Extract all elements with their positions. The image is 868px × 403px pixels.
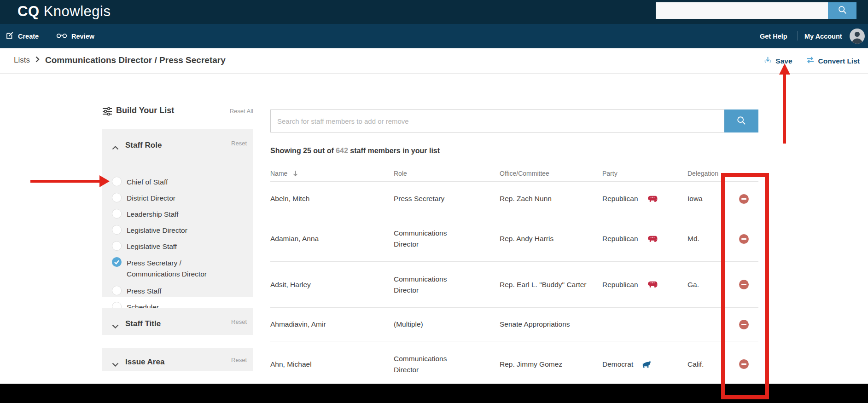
table-row: Ahn, MichaelCommunications DirectorRep. … [270,341,758,387]
cell-party: Republican [602,233,687,244]
party-label: Democrat [602,359,633,370]
cell-office: Rep. Jimmy Gomez [500,359,602,370]
party-label: Republican [602,193,638,204]
column-header-office[interactable]: Office/Committee [500,170,602,177]
staff-title-panel: Staff Title Reset [102,308,253,335]
build-your-list-header: Build Your List Reset All [102,105,253,119]
unchecked-radio-icon[interactable] [112,193,122,202]
table-header-row: Name Role Office/Committee Party Delegat… [270,165,758,182]
avatar-icon [850,37,865,44]
staff-role-option-label: Legislative Staff [127,241,177,251]
cell-office: Rep. Zach Nunn [500,193,602,204]
column-header-name[interactable]: Name [270,170,394,177]
staff-title-title[interactable]: Staff Title [125,319,161,328]
staff-role-option-label: Legislative Director [127,225,187,235]
nav-create[interactable]: Create [6,24,39,48]
table-row: Ahmadiavin, Amir(Multiple)Senate Appropr… [270,308,758,341]
cq-knowlegis-logo[interactable]: CQ Knowlegis [17,3,111,20]
staff-role-panel: Staff Role Reset Chief of StaffDistrict … [102,129,253,297]
cell-office: Rep. Earl L. "Buddy" Carter [500,279,602,290]
download-icon [763,56,772,66]
app-window: CQ Knowlegis Create Review Get Help My A… [0,0,868,403]
cell-role: Communications Director [394,274,500,296]
unchecked-radio-icon[interactable] [112,241,122,251]
table-row: Adamian, AnnaCommunications DirectorRep.… [270,216,758,262]
republican-elephant-icon [647,235,658,243]
annotation-red-arrow-horizontal-head [99,175,110,187]
annotation-red-arrow-vertical [783,75,786,144]
cell-party: Democrat [602,359,687,370]
global-search-input[interactable] [656,2,828,19]
cell-role: Communications Director [394,228,500,250]
staff-role-option[interactable]: Press Staff [112,286,245,296]
table-row: Abeln, MitchPress SecretaryRep. Zach Nun… [270,182,758,216]
staff-role-title[interactable]: Staff Role [125,141,162,150]
annotation-red-arrow-horizontal [30,180,100,183]
logo-knowlegis: Knowlegis [44,3,111,19]
unchecked-radio-icon[interactable] [112,286,122,295]
search-icon [838,5,847,16]
cell-role: Communications Director [394,353,500,375]
nav-get-help[interactable]: Get Help [760,24,787,48]
staff-search-button[interactable] [724,109,758,132]
breadcrumb-lists-link[interactable]: Lists [14,56,30,65]
staff-role-option-label: District Director [127,193,175,203]
unchecked-radio-icon[interactable] [112,177,122,186]
staff-role-option[interactable]: Legislative Staff [112,241,245,251]
global-search-button[interactable] [828,2,856,19]
cell-name: Ahmadiavin, Amir [270,319,394,330]
checked-checkbox-icon[interactable] [112,257,122,269]
issue-area-title[interactable]: Issue Area [125,357,164,367]
party-label: Republican [602,279,638,290]
nav-my-account-label: My Account [804,33,842,40]
unchecked-radio-icon[interactable] [112,225,122,235]
reset-all-button[interactable]: Reset All [230,108,253,115]
unchecked-radio-icon[interactable] [112,209,122,219]
staff-role-option[interactable]: Legislative Director [112,225,245,235]
sort-arrow-down-icon[interactable] [293,170,298,177]
breadcrumb-bar: Lists Communications Director / Press Se… [0,48,868,74]
cell-name: Adsit, Harley [270,279,394,290]
staff-role-option[interactable]: Press Secretary / Communications Directo… [112,257,245,280]
chevron-down-icon[interactable] [112,360,119,368]
table-row: Adsit, HarleyCommunications DirectorRep.… [270,262,758,308]
issue-area-reset-button[interactable]: Reset [231,357,247,363]
sliders-icon [102,107,112,118]
staff-role-option[interactable]: Leadership Staff [112,209,245,219]
staff-role-option[interactable]: Chief of Staff [112,177,245,187]
convert-list-button-label: Convert List [818,57,860,65]
column-header-party[interactable]: Party [602,170,687,177]
party-label: Republican [602,233,638,244]
annotation-red-rectangle [721,173,769,399]
nav-my-account[interactable]: My Account [804,24,842,48]
nav-divider [798,31,798,40]
republican-elephant-icon [647,195,658,203]
pencil-square-icon [6,31,14,41]
chevron-right-icon [35,56,40,64]
staff-role-reset-button[interactable]: Reset [231,140,247,147]
staff-search-input[interactable] [270,109,724,132]
staff-title-reset-button[interactable]: Reset [231,318,247,325]
nav-get-help-label: Get Help [760,33,787,40]
cell-party: Republican [602,193,687,204]
build-your-list-sidebar: Build Your List Reset All Staff Role Res… [102,105,253,119]
republican-elephant-icon [647,280,658,289]
avatar[interactable] [850,29,865,44]
cell-role: Press Secretary [394,193,500,204]
annotation-red-arrow-vertical-head [779,63,790,75]
chevron-up-icon[interactable] [112,144,119,152]
column-header-role[interactable]: Role [394,170,500,177]
issue-area-panel: Issue Area Reset [102,348,253,371]
nav-review[interactable]: Review [56,24,94,48]
list-content: Showing 25 out of 642 staff members in y… [270,109,758,387]
top-header-bar: CQ Knowlegis [0,0,868,24]
result-count-total: 642 [336,147,348,155]
staff-role-option[interactable]: District Director [112,193,245,203]
list-actions: Save Convert List [763,56,860,66]
convert-list-button[interactable]: Convert List [805,57,860,65]
result-count-text: Showing 25 out of 642 staff members in y… [270,147,758,155]
result-count-prefix: Showing 25 out of [270,147,336,155]
cell-name: Adamian, Anna [270,233,394,244]
swap-arrows-icon [805,57,815,65]
chevron-down-icon[interactable] [112,322,119,330]
